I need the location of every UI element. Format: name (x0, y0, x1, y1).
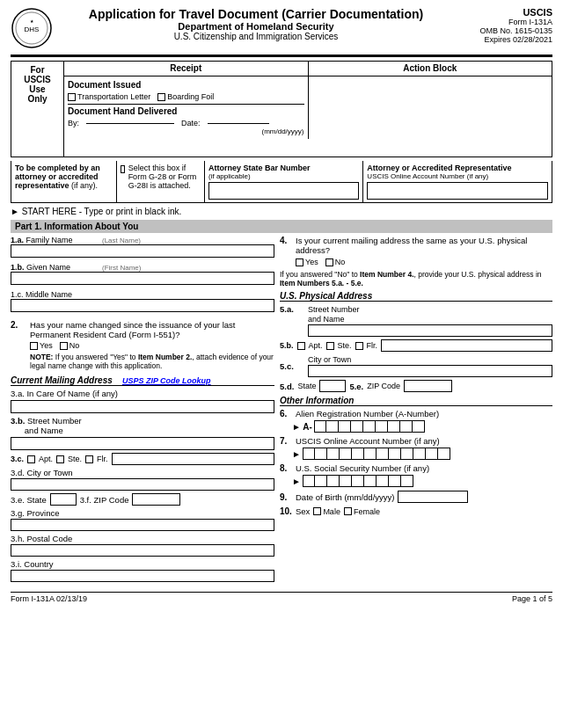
item-3a-label: 3.a. In Care Of Name (if any) (11, 389, 118, 398)
ssn-seg-8[interactable] (389, 475, 401, 487)
ssn-seg-9[interactable] (401, 475, 413, 487)
seg-9[interactable] (413, 420, 425, 433)
uscis-seg-1[interactable] (303, 448, 315, 460)
us-zip-input[interactable] (404, 380, 452, 392)
item-9-row: 9. Date of Birth (mm/dd/yyyy) (280, 491, 552, 503)
postal-input[interactable] (11, 544, 274, 557)
ssn-seg-4[interactable] (340, 475, 352, 487)
seg-1[interactable] (314, 420, 326, 433)
date-line (208, 123, 269, 124)
q4-answer-note: If you answered "No" to Item Number 4., … (280, 270, 552, 288)
female-checkbox[interactable] (344, 507, 352, 515)
transportation-checkbox[interactable] (68, 93, 76, 101)
item-9-num: 9. (280, 492, 292, 502)
seg-4[interactable] (351, 420, 363, 433)
q4-no-option[interactable]: No (325, 258, 346, 266)
seg-6[interactable] (376, 420, 388, 433)
uscis-seg-8[interactable] (389, 448, 401, 460)
item-3b-content: 3.b. Street Number and Name (11, 416, 274, 450)
uscis-seg-10[interactable] (413, 448, 426, 460)
usps-link[interactable]: USPS ZIP Code Lookup (122, 376, 211, 385)
q2-no-checkbox[interactable] (60, 342, 68, 350)
province-input[interactable] (11, 519, 274, 531)
boarding-option[interactable]: Boarding Foil (157, 92, 214, 101)
female-option[interactable]: Female (344, 507, 380, 516)
uscis-seg-4[interactable] (340, 448, 352, 460)
boarding-checkbox[interactable] (157, 93, 165, 101)
uscis-seg-12[interactable] (438, 448, 450, 460)
zip-input[interactable] (132, 493, 180, 506)
in-care-input[interactable] (11, 400, 274, 413)
q2-yes-option[interactable]: Yes (30, 341, 53, 350)
q4-yes-option[interactable]: Yes (296, 258, 318, 266)
seg-2[interactable] (326, 420, 339, 433)
uscis-account-input[interactable] (303, 448, 450, 460)
us-state-input[interactable] (319, 380, 346, 392)
us-apt-checkbox[interactable] (297, 342, 305, 350)
uscis-seg-6[interactable] (364, 448, 377, 460)
receipt-action-row: Receipt Action Block (64, 62, 552, 76)
q2-no-option[interactable]: No (60, 341, 80, 350)
item-5d-label: 5.d. (280, 382, 294, 391)
uscis-seg-5[interactable] (352, 448, 364, 460)
us-city-input[interactable] (308, 365, 552, 377)
doc-type-row: Transportation Letter Boarding Foil (68, 92, 304, 101)
uscis-seg-3[interactable] (327, 448, 340, 460)
uscis-seg-9[interactable] (401, 448, 413, 460)
country-input[interactable] (11, 570, 274, 582)
item-5a-text: Street Numberand Name (308, 305, 360, 324)
item-5d-text: State (297, 382, 316, 390)
item-3b-row: 3.b. Street Number and Name (11, 416, 274, 450)
zip-label: 3.f. ZIP Code (80, 495, 129, 505)
completed-by-cell: To be completed by an attorney or accred… (11, 161, 117, 202)
by-label: By: (68, 119, 79, 127)
city-input[interactable] (11, 478, 274, 491)
start-here-label: ► START HERE - Type or print in black in… (11, 207, 552, 216)
us-apt-input[interactable] (381, 339, 552, 352)
street-input[interactable] (11, 437, 274, 450)
q2-note: NOTE: If you answered "Yes" to Item Numb… (30, 353, 274, 370)
uscis-seg-11[interactable] (426, 448, 438, 460)
ste-checkbox[interactable] (56, 455, 64, 463)
atty-bar-input[interactable] (208, 182, 359, 200)
ssn-seg-1[interactable] (303, 475, 315, 487)
uscis-seg-2[interactable] (315, 448, 327, 460)
agency-name: Department of Homeland Security (56, 21, 456, 32)
us-ste-checkbox[interactable] (326, 342, 334, 350)
ssn-input[interactable] (303, 475, 413, 487)
item-7-num: 7. (280, 436, 292, 446)
a-number-input[interactable] (314, 420, 425, 433)
apt-checkbox[interactable] (27, 455, 35, 463)
q4-no-checkbox[interactable] (325, 258, 333, 266)
ssn-seg-3[interactable] (327, 475, 340, 487)
item-5c-label: 5.c. (280, 361, 306, 371)
ssn-seg-5[interactable] (352, 475, 364, 487)
g28-checkbox[interactable] (121, 165, 125, 173)
ssn-seg-2[interactable] (315, 475, 327, 487)
apt-number-input[interactable] (112, 453, 274, 465)
family-name-input[interactable] (11, 244, 274, 258)
us-flr-checkbox[interactable] (355, 342, 363, 350)
middle-name-input[interactable] (11, 299, 274, 312)
flr-checkbox[interactable] (85, 455, 93, 463)
ssn-seg-6[interactable] (364, 475, 377, 487)
seg-8[interactable] (400, 420, 413, 433)
given-name-input[interactable] (11, 272, 274, 285)
mailing-address-header: Current Mailing Address USPS ZIP Code Lo… (11, 375, 274, 386)
given-name-label: 1.b. Given Name (11, 263, 99, 272)
seg-7[interactable] (388, 420, 400, 433)
seg-3[interactable] (339, 420, 351, 433)
state-input[interactable] (50, 493, 77, 506)
seg-5[interactable] (363, 420, 376, 433)
q2-text: Has your name changed since the issuance… (30, 320, 274, 339)
dob-input[interactable] (398, 491, 468, 503)
atty-rep-input[interactable] (367, 182, 548, 200)
ssn-seg-7[interactable] (377, 475, 389, 487)
q4-yes-checkbox[interactable] (296, 258, 303, 266)
q2-yes-checkbox[interactable] (30, 342, 38, 350)
transportation-option[interactable]: Transportation Letter (68, 92, 150, 101)
us-street-input[interactable] (308, 324, 552, 337)
male-option[interactable]: Male (313, 507, 340, 516)
uscis-seg-7[interactable] (377, 448, 389, 460)
male-checkbox[interactable] (313, 507, 321, 515)
